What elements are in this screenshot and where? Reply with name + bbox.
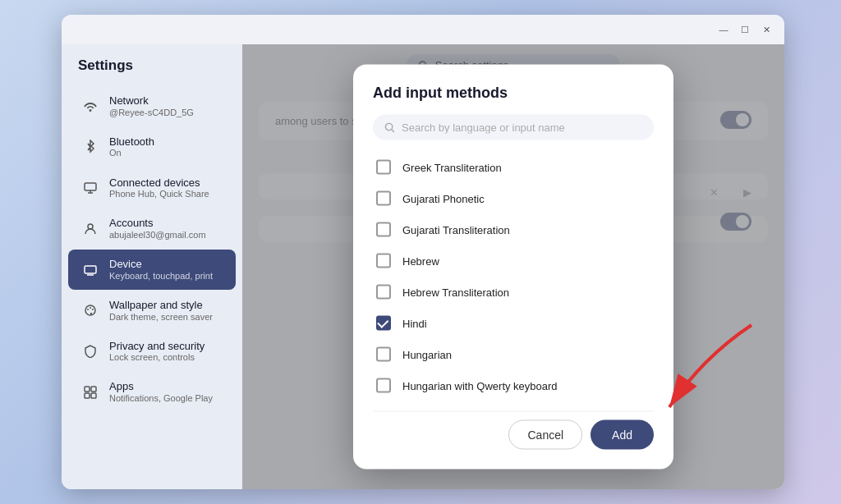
connected-label: Connected devices <box>109 176 223 190</box>
dialog-search-bar[interactable] <box>373 115 654 140</box>
privacy-label: Privacy and security <box>109 340 223 353</box>
maximize-button[interactable]: ☐ <box>738 23 751 36</box>
dialog-search-icon <box>384 121 395 133</box>
svg-point-1 <box>88 224 93 229</box>
bluetooth-icon <box>81 138 99 156</box>
sidebar-item-wallpaper[interactable]: Wallpaper and style Dark theme, screen s… <box>68 291 236 331</box>
close-button[interactable]: ✕ <box>760 23 773 36</box>
sidebar-item-network[interactable]: Network @Reyee-sC4DD_5G <box>68 86 236 126</box>
checkbox-0[interactable] <box>376 160 391 175</box>
sidebar-item-accounts[interactable]: Accounts abujaleel30@gmail.com <box>68 208 236 249</box>
svg-rect-0 <box>85 183 96 190</box>
accounts-sub: abujaleel30@gmail.com <box>109 230 223 241</box>
add-button[interactable]: Add <box>591 420 654 450</box>
main-content: among users to save disk space. Learn ▶ … <box>242 44 784 489</box>
bluetooth-sub: On <box>109 148 223 158</box>
accounts-label: Accounts <box>109 217 223 230</box>
sidebar-item-apps[interactable]: Apps Notifications, Google Play <box>68 372 236 412</box>
checkbox-2[interactable] <box>376 222 391 237</box>
checkbox-item[interactable]: Hebrew <box>373 245 654 277</box>
checkbox-1[interactable] <box>376 191 391 206</box>
sidebar-title: Settings <box>62 54 242 85</box>
sidebar: Settings Network @Reyee-sC4DD_5G Bluetoo… <box>62 44 242 489</box>
device-label: Device <box>109 258 223 271</box>
wallpaper-label: Wallpaper and style <box>109 299 223 312</box>
dialog-title: Add input methods <box>373 85 654 102</box>
checkbox-label-4: Hebrew Transliteration <box>402 286 509 298</box>
add-input-methods-dialog: Add input methods Greek TransliterationG… <box>353 65 673 470</box>
checkbox-6[interactable] <box>376 347 391 362</box>
checkbox-item[interactable]: Hungarian with Qwerty keyboard <box>373 370 654 398</box>
sidebar-item-privacy[interactable]: Privacy and security Lock screen, contro… <box>68 332 236 372</box>
checkbox-list: Greek TransliterationGujarati PhoneticGu… <box>373 152 654 398</box>
titlebar: — ☐ ✕ <box>62 15 784 44</box>
checkbox-item[interactable]: Hungarian <box>373 339 654 370</box>
network-label: Network <box>109 94 223 108</box>
dialog-footer: Cancel Add <box>373 411 654 450</box>
device-icon <box>81 261 99 279</box>
checkbox-3[interactable] <box>376 254 391 268</box>
apps-sub: Notifications, Google Play <box>109 393 223 404</box>
checkbox-label-3: Hebrew <box>402 254 439 267</box>
apps-label: Apps <box>109 380 223 393</box>
checkbox-label-6: Hungarian <box>402 348 452 360</box>
checkbox-item[interactable]: Hindi <box>373 308 654 339</box>
cancel-button[interactable]: Cancel <box>508 420 582 450</box>
minimize-button[interactable]: — <box>717 23 730 36</box>
apps-icon <box>81 383 99 401</box>
settings-window: — ☐ ✕ Settings Network @Reyee-sC4DD_5G <box>62 15 784 489</box>
svg-point-5 <box>90 307 91 309</box>
checkbox-item[interactable]: Gujarati Phonetic <box>373 183 654 214</box>
svg-rect-10 <box>91 393 96 398</box>
sidebar-item-device[interactable]: Device Keyboard, touchpad, print <box>68 250 236 290</box>
shield-icon <box>81 342 99 360</box>
bluetooth-label: Bluetooth <box>109 135 223 149</box>
svg-rect-7 <box>85 387 90 392</box>
sidebar-item-bluetooth[interactable]: Bluetooth On <box>68 127 236 167</box>
palette-icon <box>81 301 99 319</box>
sidebar-item-connected[interactable]: Connected devices Phone Hub, Quick Share <box>68 168 236 208</box>
svg-point-4 <box>87 309 89 310</box>
checkbox-item[interactable]: Greek Transliteration <box>373 152 654 183</box>
checkbox-5[interactable] <box>376 316 391 331</box>
checkbox-label-7: Hungarian with Qwerty keyboard <box>402 379 558 392</box>
svg-point-6 <box>92 309 94 310</box>
checkbox-7[interactable] <box>376 378 391 393</box>
checkbox-label-5: Hindi <box>402 317 427 329</box>
connected-sub: Phone Hub, Quick Share <box>109 189 223 199</box>
device-sub: Keyboard, touchpad, print <box>109 271 223 282</box>
privacy-sub: Lock screen, controls <box>109 352 223 363</box>
checkbox-4[interactable] <box>376 285 391 300</box>
monitor-icon <box>81 179 99 197</box>
svg-rect-9 <box>85 393 90 398</box>
svg-rect-2 <box>85 266 96 273</box>
wallpaper-sub: Dark theme, screen saver <box>109 312 223 323</box>
svg-rect-8 <box>91 387 96 392</box>
checkbox-label-2: Gujarati Transliteration <box>402 223 510 236</box>
account-icon <box>81 220 99 238</box>
dialog-search-input[interactable] <box>402 121 642 134</box>
network-sub: @Reyee-sC4DD_5G <box>109 108 223 118</box>
checkbox-label-0: Greek Transliteration <box>402 161 502 173</box>
checkbox-item[interactable]: Gujarati Transliteration <box>373 214 654 245</box>
wifi-icon <box>81 97 99 115</box>
checkbox-item[interactable]: Hebrew Transliteration <box>373 277 654 308</box>
checkbox-label-1: Gujarati Phonetic <box>402 192 485 204</box>
